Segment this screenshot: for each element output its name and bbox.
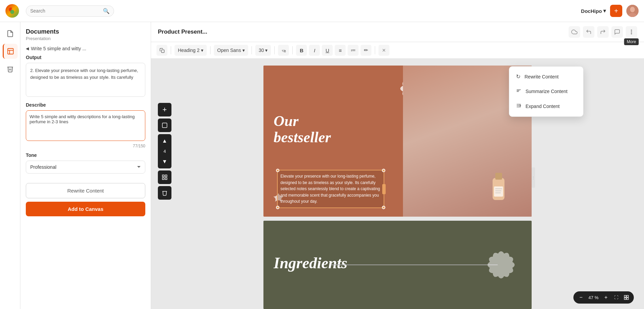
grid-view-button[interactable] (622, 293, 631, 302)
more-button[interactable] (626, 26, 637, 38)
svg-point-2 (10, 10, 14, 14)
fill-color-button[interactable] (278, 45, 289, 56)
output-label: Output (26, 55, 145, 60)
svg-point-9 (631, 30, 632, 31)
brand-name[interactable]: DocHipo ▾ (581, 8, 606, 14)
svg-rect-16 (162, 178, 164, 180)
add-element-button[interactable]: + (158, 103, 171, 116)
slide1-body-text: Elevate your presence with our long-last… (280, 173, 381, 205)
svg-rect-12 (161, 50, 164, 52)
slide2-flower (474, 221, 528, 309)
sidebar-item-document[interactable] (3, 26, 18, 41)
resize-handle[interactable]: ⋮ (532, 167, 535, 188)
font-size-selector[interactable]: 30 ▾ (255, 45, 271, 56)
app-logo[interactable] (5, 4, 19, 18)
resize-button[interactable] (158, 119, 171, 132)
add-button[interactable]: + (610, 5, 622, 17)
divider-4 (274, 46, 275, 54)
ai-summarize-item[interactable]: Summarize Content (509, 84, 583, 99)
canvas-tools: + ▲ 4 ▼ (158, 103, 171, 200)
svg-rect-38 (624, 298, 626, 299)
rewrite-content-button[interactable]: Rewrite Content (26, 183, 145, 198)
output-text: 2. Elevate your presence with our long-l… (30, 68, 138, 80)
svg-rect-36 (624, 295, 626, 297)
zoom-in-button[interactable]: + (601, 293, 611, 302)
comment-button[interactable] (611, 26, 623, 38)
selection-handle-bl (276, 206, 279, 209)
grid-button[interactable] (158, 170, 171, 184)
redo-button[interactable] (597, 26, 609, 38)
ai-rewrite-item[interactable]: ↻ Rewrite Content (509, 69, 583, 84)
heading-selector[interactable]: Heading 2 ▾ (174, 45, 207, 56)
heading-label: Heading 2 (178, 48, 200, 53)
summarize-icon (516, 88, 521, 95)
page-nav-group: ▲ 4 ▼ (158, 134, 171, 168)
page-count: 4 (163, 148, 166, 155)
back-text: Write 5 simple and witty ... (31, 46, 86, 51)
ai-expand-item[interactable]: Expand Content (509, 99, 583, 114)
sidebar-item-trash[interactable] (3, 61, 18, 76)
font-selector[interactable]: Open Sans ▾ (214, 45, 248, 56)
tone-label: Tone (26, 152, 145, 158)
slide-2[interactable]: Ingredients (263, 221, 532, 309)
close-format-button[interactable]: ✕ (379, 45, 389, 56)
add-to-canvas-button[interactable]: Add to Canvas (26, 202, 145, 216)
slide-1[interactable]: Our bestseller Elevate (263, 66, 532, 217)
slide2-title: Ingredients (274, 254, 347, 272)
main-canvas-area: Product Present... More (151, 22, 644, 309)
font-label: Open Sans (217, 48, 241, 53)
svg-rect-24 (495, 173, 502, 180)
align-button[interactable]: ≡ (335, 45, 346, 56)
divider-3 (252, 46, 252, 54)
sidebar-item-template[interactable] (3, 44, 18, 59)
topnav-right: DocHipo ▾ + (581, 5, 639, 17)
divider-6 (375, 46, 375, 54)
ai-rewrite-label: Rewrite Content (525, 74, 558, 79)
left-sidebar (0, 22, 20, 309)
slide1-headline: Our bestseller (274, 113, 331, 146)
delete-element-button[interactable] (158, 186, 171, 200)
search-icon: 🔍 (103, 8, 110, 14)
underline-button[interactable]: U (322, 45, 333, 56)
avatar[interactable] (626, 5, 639, 17)
highlight-button[interactable]: ✏ (361, 45, 371, 56)
page-down-button[interactable]: ▼ (158, 155, 171, 168)
page-up-button[interactable]: ▲ (158, 134, 171, 148)
bold-button[interactable]: B (296, 45, 307, 56)
zoom-out-button[interactable]: − (576, 293, 586, 302)
search-box[interactable]: 🔍 (26, 5, 114, 17)
copy-format-button[interactable] (157, 45, 167, 56)
describe-textarea[interactable] (26, 110, 145, 141)
svg-point-4 (630, 7, 635, 12)
rewrite-icon: ↻ (516, 73, 520, 80)
divider-2 (210, 46, 210, 54)
slide1-selected-textbox[interactable]: Elevate your presence with our long-last… (277, 170, 384, 208)
canvas-toolbar-right: More (569, 26, 637, 38)
more-button-wrapper: More (626, 26, 637, 38)
svg-point-35 (496, 260, 506, 270)
panel-subtitle: Presentation (26, 36, 145, 41)
topnav: 🔍 DocHipo ▾ + (0, 0, 644, 22)
slide2-line (331, 265, 498, 265)
font-size: 30 (259, 48, 264, 53)
fit-screen-button[interactable]: ⛶ (611, 293, 621, 302)
cloud-save-button[interactable] (569, 26, 580, 38)
ai-summarize-label: Summarize Content (526, 89, 568, 94)
svg-rect-17 (165, 178, 167, 180)
svg-point-10 (631, 32, 632, 32)
left-panel: Documents Presentation ◀ Write 5 simple … (20, 22, 151, 309)
canvas-title: Product Present... (158, 29, 565, 35)
back-link[interactable]: ◀ Write 5 simple and witty ... (26, 46, 145, 51)
tone-select[interactable]: Professional Casual Formal Friendly (26, 161, 145, 174)
panel-title: Documents (26, 28, 145, 35)
more-tooltip: More (624, 38, 639, 45)
describe-label: Describe (26, 102, 145, 108)
svg-rect-15 (165, 175, 167, 177)
ai-expand-label: Expand Content (526, 104, 559, 109)
italic-button[interactable]: I (309, 45, 320, 56)
undo-button[interactable] (583, 26, 594, 38)
expand-icon (516, 103, 521, 110)
divider-1 (171, 46, 171, 54)
search-input[interactable] (30, 8, 103, 14)
list-button[interactable]: ≔ (348, 45, 358, 56)
